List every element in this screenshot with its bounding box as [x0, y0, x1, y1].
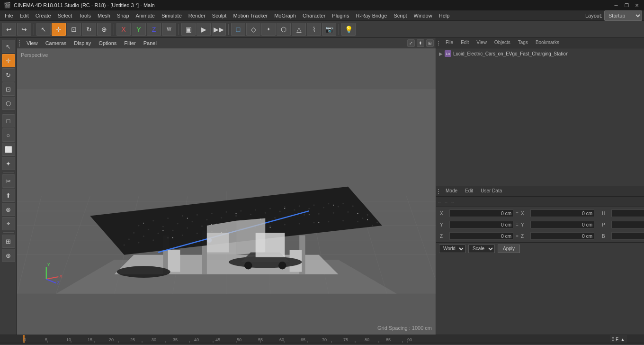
menu-mograph[interactable]: MoGraph [271, 12, 299, 19]
attr-y-row: Y = Y P [438, 219, 644, 230]
sweep-tool[interactable]: ⊗ [2, 203, 15, 216]
move-tool[interactable]: ✛ [2, 54, 15, 67]
attr-z-world[interactable] [530, 232, 594, 240]
restore-button[interactable]: ❐ [623, 2, 630, 9]
plane-tool[interactable]: ⬜ [2, 143, 15, 156]
sphere-tool[interactable]: ○ [2, 128, 15, 142]
attr-x-world[interactable] [530, 209, 594, 217]
scale-tool[interactable]: ⊡ [2, 82, 15, 96]
svg-point-59 [187, 227, 188, 229]
filter-menu[interactable]: Filter [121, 39, 138, 47]
extrude-tool[interactable]: ⬆ [2, 189, 15, 202]
menu-plugins[interactable]: Plugins [329, 12, 352, 19]
3d-viewport[interactable]: X Y Z Perspective Grid Spacing : 1000 cm [17, 48, 436, 335]
knife-tool[interactable]: ✂ [2, 174, 15, 188]
menu-sculpt[interactable]: Sculpt [209, 12, 230, 19]
menu-script[interactable]: Script [391, 12, 410, 19]
point-mode-button[interactable]: ⌇ [307, 23, 321, 36]
menu-create[interactable]: Create [33, 12, 54, 19]
light-button[interactable]: 💡 [341, 23, 356, 36]
attr-y-world[interactable] [530, 221, 594, 228]
objects-edit-menu[interactable]: Edit [458, 39, 472, 47]
render-preview-button[interactable]: ▶ [197, 23, 211, 36]
object-mode-button[interactable]: □ [231, 23, 245, 36]
rotate-tool[interactable]: ↻ [2, 68, 15, 82]
view-menu[interactable]: View [24, 39, 41, 47]
attr-b-rot[interactable] [611, 232, 644, 240]
axis-z-button[interactable]: Z [147, 23, 161, 36]
axis-y-button[interactable]: Y [132, 23, 146, 36]
svg-text:80: 80 [365, 337, 369, 342]
menu-simulate[interactable]: Simulate [159, 12, 185, 19]
transform-tool-button[interactable]: ⊕ [97, 23, 111, 36]
render-view-button[interactable]: ▣ [181, 23, 196, 36]
menu-help[interactable]: Help [436, 12, 453, 19]
close-button[interactable]: ✕ [634, 2, 640, 9]
menu-rray-bridge[interactable]: R-Ray Bridge [353, 12, 390, 19]
left-sep-1 [3, 112, 14, 112]
cube-tool[interactable]: □ [2, 114, 15, 127]
menu-mesh[interactable]: Mesh [95, 12, 113, 19]
objects-view-menu[interactable]: View [474, 39, 490, 47]
scale-tool-button[interactable]: ⊡ [67, 23, 81, 36]
panel-menu[interactable]: Panel [141, 39, 160, 47]
svg-text:60: 60 [279, 337, 284, 342]
object-item-main[interactable]: ▶ Lo Lucid_Electric_Cars_on_EVgo_Fast_Ch… [437, 49, 644, 58]
undo-button[interactable]: ↩ [2, 23, 16, 36]
cameras-menu[interactable]: Cameras [43, 39, 70, 47]
spline-mode-button[interactable]: ◇ [246, 23, 260, 36]
objects-bookmarks-menu[interactable]: Bookmarks [533, 39, 562, 47]
render-anim-button[interactable]: ▶▶ [212, 23, 226, 36]
attr-h-rot[interactable] [611, 209, 644, 217]
viewport-settings[interactable]: ⊞ [426, 39, 434, 47]
world-dropdown[interactable]: World [439, 245, 465, 253]
redo-button[interactable]: ↪ [17, 23, 31, 36]
objects-tags-menu[interactable]: Tags [515, 39, 531, 47]
pointer-tool[interactable]: ↖ [2, 40, 15, 53]
scale-dropdown[interactable]: Scale [468, 245, 495, 253]
menu-tools[interactable]: Tools [76, 12, 94, 19]
viewport-sync[interactable]: ⬍ [417, 39, 424, 47]
svg-point-37 [342, 203, 344, 204]
menu-window[interactable]: Window [411, 12, 435, 19]
display-menu[interactable]: Display [71, 39, 94, 47]
attr-p-rot[interactable] [611, 221, 644, 228]
menu-snap[interactable]: Snap [114, 12, 132, 19]
objects-file-menu[interactable]: File [443, 39, 456, 47]
menu-select[interactable]: Select [55, 12, 75, 19]
separator-5 [339, 24, 339, 35]
attr-edit-menu[interactable]: Edit [462, 187, 476, 195]
svg-rect-116 [207, 233, 229, 252]
menu-file[interactable]: File [2, 12, 16, 19]
field-mode-button[interactable]: ⬡ [277, 23, 291, 36]
attr-y-pos[interactable] [449, 221, 513, 228]
attr-z-pos[interactable] [449, 232, 513, 240]
camera-button[interactable]: 📷 [322, 23, 336, 36]
menu-animate[interactable]: Animate [133, 12, 158, 19]
mograph-tool[interactable]: ⊛ [2, 249, 15, 262]
attr-mode-menu[interactable]: Mode [443, 187, 460, 195]
apply-button[interactable]: Apply [498, 245, 520, 253]
light-tool[interactable]: ✦ [2, 157, 15, 170]
menu-render[interactable]: Render [186, 12, 208, 19]
minimize-button[interactable]: ─ [613, 2, 619, 9]
snap-tool[interactable]: ⌖ [2, 217, 15, 230]
layout-dropdown[interactable]: Startup [604, 10, 642, 21]
axis-x-button[interactable]: X [116, 23, 131, 36]
options-menu[interactable]: Options [96, 39, 119, 47]
menu-edit[interactable]: Edit [17, 12, 32, 19]
poly-tool[interactable]: ⬡ [2, 97, 15, 110]
world-axis-button[interactable]: W [162, 23, 176, 36]
select-tool-button[interactable]: ↖ [36, 23, 51, 36]
layer-tool[interactable]: ⊞ [2, 235, 15, 248]
rotate-tool-button[interactable]: ↻ [82, 23, 96, 36]
edge-mode-button[interactable]: △ [292, 23, 306, 36]
menu-motion-tracker[interactable]: Motion Tracker [230, 12, 270, 19]
polygon-mode-button[interactable]: ✦ [261, 23, 276, 36]
attr-x-pos[interactable] [449, 209, 513, 217]
viewport-maximize[interactable]: ⤢ [407, 39, 415, 47]
menu-character[interactable]: Character [300, 12, 328, 19]
move-tool-button[interactable]: ✛ [52, 23, 66, 36]
objects-objects-menu[interactable]: Objects [492, 39, 513, 47]
attr-userdata-menu[interactable]: User Data [478, 187, 505, 195]
